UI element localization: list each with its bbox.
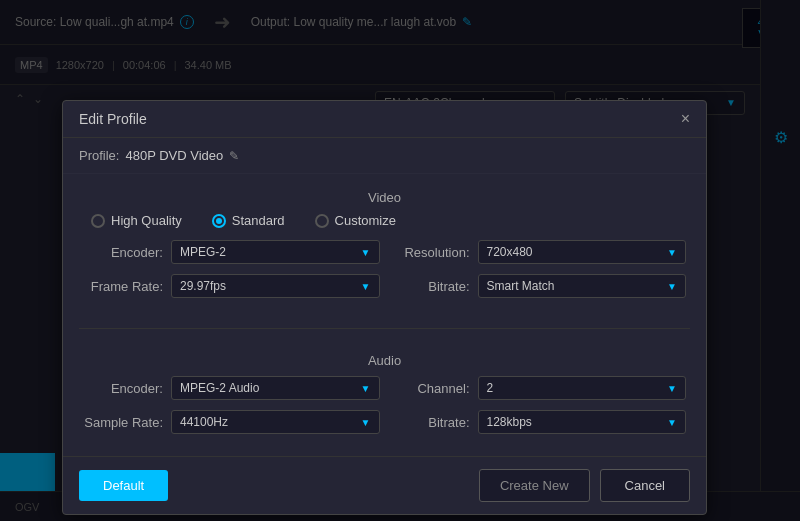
profile-label: Profile:	[79, 148, 119, 163]
high-quality-option[interactable]: High Quality	[91, 213, 182, 228]
standard-label: Standard	[232, 213, 285, 228]
audio-encoder-channel-row: Encoder: MPEG-2 Audio ▼ Channel: 2 ▼	[83, 376, 686, 400]
channel-select-arrow: ▼	[667, 383, 677, 394]
audio-section-title: Audio	[83, 341, 686, 376]
customize-option[interactable]: Customize	[315, 213, 396, 228]
cancel-button[interactable]: Cancel	[600, 469, 690, 502]
video-section-title: Video	[83, 178, 686, 213]
section-divider	[79, 328, 690, 329]
video-bitrate-value: Smart Match	[487, 279, 555, 293]
customize-radio[interactable]	[315, 214, 329, 228]
video-bitrate-field-group: Bitrate: Smart Match ▼	[390, 274, 687, 298]
samplerate-select[interactable]: 44100Hz ▼	[171, 410, 380, 434]
audio-encoder-field-group: Encoder: MPEG-2 Audio ▼	[83, 376, 380, 400]
audio-bitrate-label: Bitrate:	[390, 415, 470, 430]
samplerate-bitrate-row: Sample Rate: 44100Hz ▼ Bitrate: 128kbps …	[83, 410, 686, 434]
profile-value: 480P DVD Video	[125, 148, 223, 163]
audio-bitrate-value: 128kbps	[487, 415, 532, 429]
edit-profile-dialog: Edit Profile × Profile: 480P DVD Video ✎…	[62, 100, 707, 515]
audio-bitrate-select-arrow: ▼	[667, 417, 677, 428]
audio-bitrate-field-group: Bitrate: 128kbps ▼	[390, 410, 687, 434]
samplerate-value: 44100Hz	[180, 415, 228, 429]
resolution-select[interactable]: 720x480 ▼	[478, 240, 687, 264]
framerate-value: 29.97fps	[180, 279, 226, 293]
video-section: Video High Quality Standard Customize En…	[63, 174, 706, 320]
audio-encoder-value: MPEG-2 Audio	[180, 381, 259, 395]
framerate-label: Frame Rate:	[83, 279, 163, 294]
video-bitrate-select[interactable]: Smart Match ▼	[478, 274, 687, 298]
resolution-field-group: Resolution: 720x480 ▼	[390, 240, 687, 264]
create-new-button[interactable]: Create New	[479, 469, 590, 502]
resolution-value: 720x480	[487, 245, 533, 259]
audio-encoder-select[interactable]: MPEG-2 Audio ▼	[171, 376, 380, 400]
audio-encoder-select-arrow: ▼	[361, 383, 371, 394]
customize-label: Customize	[335, 213, 396, 228]
channel-field-group: Channel: 2 ▼	[390, 376, 687, 400]
dialog-title: Edit Profile	[79, 111, 147, 127]
default-button[interactable]: Default	[79, 470, 168, 501]
dialog-header: Edit Profile ×	[63, 101, 706, 138]
quality-radio-row: High Quality Standard Customize	[83, 213, 686, 228]
encoder-resolution-row: Encoder: MPEG-2 ▼ Resolution: 720x480 ▼	[83, 240, 686, 264]
framerate-select-arrow: ▼	[361, 281, 371, 292]
samplerate-select-arrow: ▼	[361, 417, 371, 428]
channel-value: 2	[487, 381, 494, 395]
samplerate-field-group: Sample Rate: 44100Hz ▼	[83, 410, 380, 434]
dialog-close-button[interactable]: ×	[681, 111, 690, 127]
encoder-value: MPEG-2	[180, 245, 226, 259]
standard-option[interactable]: Standard	[212, 213, 285, 228]
high-quality-radio[interactable]	[91, 214, 105, 228]
audio-encoder-label: Encoder:	[83, 381, 163, 396]
encoder-select-arrow: ▼	[361, 247, 371, 258]
framerate-bitrate-row: Frame Rate: 29.97fps ▼ Bitrate: Smart Ma…	[83, 274, 686, 298]
framerate-field-group: Frame Rate: 29.97fps ▼	[83, 274, 380, 298]
framerate-select[interactable]: 29.97fps ▼	[171, 274, 380, 298]
encoder-label: Encoder:	[83, 245, 163, 260]
encoder-field-group: Encoder: MPEG-2 ▼	[83, 240, 380, 264]
channel-label: Channel:	[390, 381, 470, 396]
high-quality-label: High Quality	[111, 213, 182, 228]
video-bitrate-select-arrow: ▼	[667, 281, 677, 292]
samplerate-label: Sample Rate:	[83, 415, 163, 430]
profile-edit-icon[interactable]: ✎	[229, 149, 239, 163]
video-bitrate-label: Bitrate:	[390, 279, 470, 294]
footer-right-buttons: Create New Cancel	[479, 469, 690, 502]
channel-select[interactable]: 2 ▼	[478, 376, 687, 400]
resolution-label: Resolution:	[390, 245, 470, 260]
audio-section: Audio Encoder: MPEG-2 Audio ▼ Channel: 2…	[63, 337, 706, 456]
profile-row: Profile: 480P DVD Video ✎	[63, 138, 706, 174]
audio-bitrate-select[interactable]: 128kbps ▼	[478, 410, 687, 434]
standard-radio[interactable]	[212, 214, 226, 228]
resolution-select-arrow: ▼	[667, 247, 677, 258]
dialog-footer: Default Create New Cancel	[63, 456, 706, 514]
encoder-select[interactable]: MPEG-2 ▼	[171, 240, 380, 264]
